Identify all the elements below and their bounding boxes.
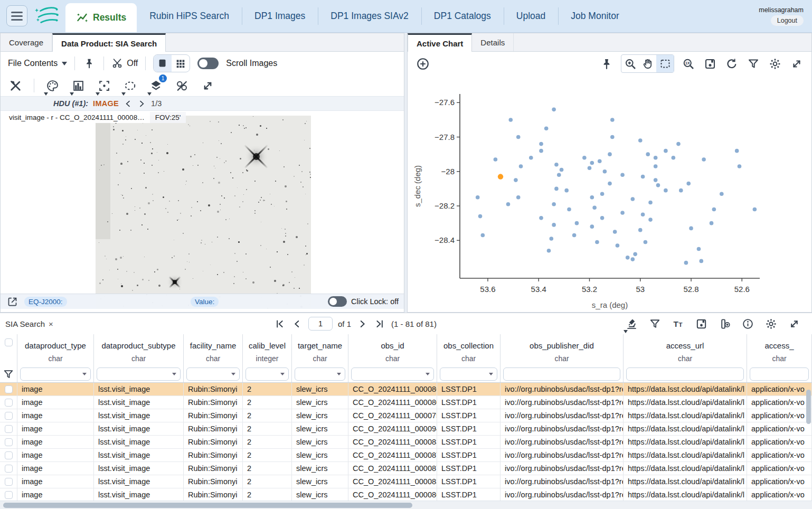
expand-viewer-button[interactable] — [6, 295, 19, 308]
histogram-button[interactable] — [71, 78, 86, 93]
table-row[interactable]: imagelsst.visit_imageRubin:Simonyi2slew_… — [0, 409, 812, 422]
first-page-button[interactable] — [273, 318, 286, 330]
row-checkbox[interactable] — [5, 438, 13, 446]
tab-details[interactable]: Details — [472, 33, 514, 51]
menu-hamburger-button[interactable] — [6, 5, 27, 26]
info-button[interactable] — [741, 317, 755, 331]
select-region-button[interactable] — [122, 78, 138, 93]
dataproduct_subtype-filter-select[interactable] — [97, 367, 181, 381]
file-contents-dropdown[interactable]: File Contents — [8, 59, 67, 68]
column-header-dataproduct_type[interactable]: dataproduct_type — [17, 334, 94, 351]
row-checkbox[interactable] — [5, 385, 13, 393]
tools-button[interactable] — [8, 78, 23, 93]
column-header-access_[interactable]: access_ — [747, 334, 812, 351]
hdu-prev-button[interactable] — [124, 99, 133, 108]
tab-data-product-sia-search[interactable]: Data Product: SIA Search — [52, 33, 166, 52]
table-row[interactable]: imagelsst.visit_imageRubin:Simonyi2slew_… — [0, 475, 812, 488]
horizontal-scrollbar[interactable] — [0, 501, 812, 509]
column-header-obs_publisher_did[interactable]: obs_publisher_did — [501, 334, 624, 351]
select-all-checkbox[interactable] — [5, 338, 13, 346]
last-page-button[interactable] — [374, 318, 386, 330]
tab-active-chart[interactable]: Active Chart — [408, 33, 472, 52]
settings-button[interactable] — [768, 56, 782, 71]
row-checkbox[interactable] — [5, 478, 13, 486]
fits-image-viewer[interactable]: visit_image - r - CC_O_20241111_00008… F… — [1, 111, 404, 312]
unlink-button[interactable] — [174, 78, 190, 93]
next-page-button[interactable] — [356, 318, 369, 330]
nav-tab-rubin-hips-search[interactable]: Rubin HiPS Search — [137, 0, 242, 32]
click-lock-toggle[interactable] — [328, 296, 347, 307]
restore-button[interactable] — [724, 56, 739, 71]
scroll-images-toggle[interactable] — [197, 58, 219, 69]
scatter-chart[interactable]: 53.653.453.25352.852.6−27.6−27.8−28−28.2… — [408, 76, 811, 312]
access_url-filter-input[interactable] — [626, 367, 744, 381]
vertical-scrollbar[interactable] — [806, 390, 811, 424]
table-row[interactable]: imagelsst.visit_imageRubin:Simonyi2slew_… — [0, 383, 812, 396]
column-header-target_name[interactable]: target_name — [292, 334, 348, 351]
microscope-button[interactable] — [625, 317, 639, 331]
table-row[interactable]: imagelsst.visit_imageRubin:Simonyi2slew_… — [0, 462, 812, 475]
zoom-original-button[interactable] — [681, 56, 696, 71]
access_-filter-input[interactable] — [750, 367, 809, 381]
column-header-access_url[interactable]: access_url — [624, 334, 747, 351]
save-button[interactable] — [694, 317, 709, 331]
column-header-obs_collection[interactable]: obs_collection — [437, 334, 501, 351]
add-chart-button[interactable] — [415, 56, 431, 72]
nav-tab-job-monitor[interactable]: Job Monitor — [558, 0, 631, 32]
grid-view-button[interactable] — [172, 55, 190, 72]
expand-button[interactable] — [789, 56, 804, 71]
prev-page-button[interactable] — [291, 318, 303, 330]
table-row[interactable]: imagelsst.visit_imageRubin:Simonyi2slew_… — [0, 488, 812, 501]
logout-button[interactable]: Logout — [771, 15, 804, 26]
table-row[interactable]: imagelsst.visit_imageRubin:Simonyi2slew_… — [0, 396, 812, 409]
close-icon[interactable]: × — [49, 319, 53, 328]
row-checkbox[interactable] — [5, 465, 13, 473]
row-checkbox[interactable] — [5, 412, 13, 420]
table-row[interactable]: imagelsst.visit_imageRubin:Simonyi2slew_… — [0, 436, 812, 449]
layers-button[interactable]: 1 — [148, 78, 164, 93]
pin-button[interactable] — [599, 56, 614, 71]
column-header-dataproduct_subtype[interactable]: dataproduct_subtype — [94, 334, 184, 351]
table-row[interactable]: imagelsst.visit_imageRubin:Simonyi2slew_… — [0, 449, 812, 462]
table-tab[interactable]: SIA Search × — [5, 319, 53, 328]
target_name-filter-select[interactable] — [295, 367, 345, 381]
row-checkbox[interactable] — [5, 491, 13, 499]
nav-tab-upload[interactable]: Upload — [504, 0, 558, 32]
pin-image-button[interactable] — [82, 56, 96, 70]
obs_collection-filter-select[interactable] — [440, 367, 497, 381]
row-checkbox[interactable] — [5, 399, 13, 407]
scrollbar-thumb[interactable] — [3, 503, 412, 508]
zoom-in-button[interactable] — [621, 55, 639, 72]
area-select-button[interactable] — [656, 55, 674, 72]
nav-tab-dp1-images[interactable]: DP1 Images — [242, 0, 318, 32]
expand-button[interactable] — [787, 317, 801, 331]
nav-tab-dp1-catalogs[interactable]: DP1 Catalogs — [421, 0, 504, 32]
row-checkbox[interactable] — [5, 451, 13, 459]
settings-button[interactable] — [764, 317, 778, 331]
obs_publisher_did-filter-input[interactable] — [503, 367, 620, 381]
nav-tab-results[interactable]: Results — [65, 3, 137, 32]
tab-coverage[interactable]: Coverage — [1, 33, 52, 51]
dataproduct_type-filter-select[interactable] — [20, 367, 91, 381]
add-column-button[interactable] — [717, 317, 732, 331]
pan-button[interactable] — [639, 55, 656, 72]
starfield-image[interactable] — [96, 116, 311, 309]
column-header-calib_level[interactable]: calib_level — [243, 334, 292, 351]
column-header-facility_name[interactable]: facility_name — [184, 334, 243, 351]
filter-button[interactable] — [746, 56, 761, 71]
calib_level-filter-select[interactable] — [246, 367, 289, 381]
obs_id-filter-select[interactable] — [351, 367, 434, 381]
color-palette-button[interactable] — [45, 78, 60, 93]
page-number-input[interactable] — [308, 317, 333, 331]
hdu-next-button[interactable] — [137, 99, 146, 108]
crop-toggle-button[interactable]: Off — [111, 58, 138, 69]
recenter-button[interactable] — [97, 78, 112, 93]
filter-button[interactable] — [648, 317, 662, 331]
nav-tab-dp1-images-siav2[interactable]: DP1 Images SIAv2 — [318, 0, 421, 32]
single-view-button[interactable] — [154, 55, 172, 72]
text-options-button[interactable] — [671, 317, 685, 331]
column-header-obs_id[interactable]: obs_id — [348, 334, 437, 351]
save-button[interactable] — [703, 56, 717, 71]
row-checkbox[interactable] — [5, 425, 13, 433]
table-row[interactable]: imagelsst.visit_imageRubin:Simonyi2slew_… — [0, 422, 812, 436]
